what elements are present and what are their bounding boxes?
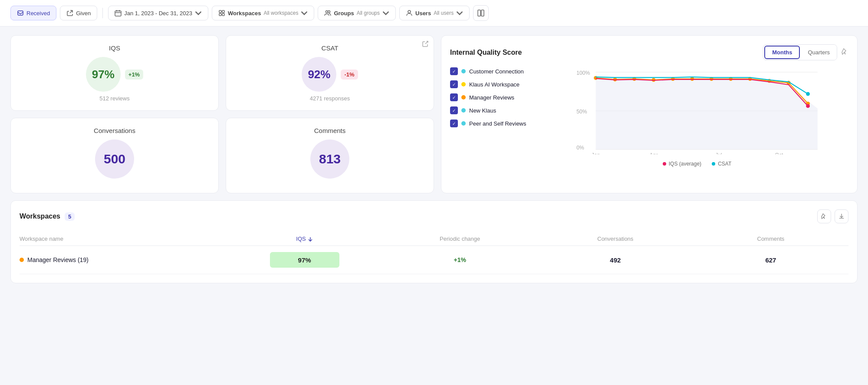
svg-text:50%: 50% [576, 109, 587, 115]
iqs-summary-card: IQS 97% +1% 512 reviews [10, 35, 219, 111]
svg-marker-17 [596, 77, 818, 149]
received-tab[interactable]: Received [10, 6, 56, 20]
svg-rect-4 [219, 13, 221, 16]
iqs-bubble: 97% [86, 57, 121, 92]
workspaces-filter[interactable]: Workspaces All workspaces [212, 6, 314, 20]
ws-download-btn[interactable] [835, 209, 848, 223]
svg-rect-9 [478, 10, 480, 16]
svg-point-30 [806, 92, 810, 96]
csat-value: 92% [308, 68, 330, 81]
svg-text:Apr: Apr [649, 152, 658, 154]
iqs-legend-label: IQS (average) [669, 161, 701, 167]
legend-dot-0 [461, 69, 466, 73]
iqs-delta: +1% [125, 70, 143, 80]
svg-rect-1 [115, 11, 121, 16]
groups-value: All groups [357, 10, 380, 16]
csat-bubble: 92% [302, 57, 336, 92]
svg-point-7 [328, 11, 330, 13]
csat-legend-dot [712, 162, 715, 166]
received-label: Received [26, 10, 50, 17]
legend-dot-4 [461, 121, 466, 126]
csat-delta: -1% [341, 70, 358, 80]
iqs-chart-body: ✓ Customer Connection ✓ Klaus AI Workspa… [450, 67, 848, 184]
date-range-filter[interactable]: Jan 1, 2023 - Dec 31, 2023 [108, 6, 208, 20]
iqs-sub: 512 reviews [20, 95, 210, 102]
legend-item-0: ✓ Customer Connection [450, 67, 537, 75]
groups-filter[interactable]: Groups All groups [318, 6, 396, 20]
given-tab[interactable]: Given [60, 6, 97, 20]
legend-check-0[interactable]: ✓ [450, 67, 458, 75]
chart-legend-csat: CSAT [712, 161, 731, 167]
ws-title: Workspaces [20, 212, 60, 220]
legend-label-2: Manager Reviews [469, 94, 514, 101]
layout-toggle[interactable] [473, 5, 489, 21]
conversations-value: 500 [104, 152, 125, 166]
comments-bubble: 813 [310, 139, 349, 179]
date-range-value: Jan 1, 2023 - Dec 31, 2023 [124, 10, 192, 17]
th-workspace-name: Workspace name [20, 236, 227, 242]
legend-label-1: Klaus AI Workspace [469, 81, 519, 88]
periodic-change-value: +1% [454, 256, 466, 263]
th-iqs[interactable]: IQS [227, 236, 382, 242]
months-btn[interactable]: Months [764, 46, 800, 59]
conversations-title: Conversations [20, 127, 210, 134]
chart-bottom-legend: IQS (average) CSAT [546, 161, 848, 167]
th-comments: Comments [693, 236, 848, 242]
divider [102, 8, 103, 18]
legend-dot-2 [461, 95, 466, 100]
workspaces-section: Workspaces 5 Workspace name [10, 200, 858, 283]
csat-sub: 4271 responses [235, 95, 425, 102]
ws-name-cell: Manager Reviews (19) [20, 256, 227, 263]
svg-text:Oct: Oct [775, 152, 783, 154]
ws-pin-btn[interactable] [817, 209, 831, 223]
chart-legend: ✓ Customer Connection ✓ Klaus AI Workspa… [450, 67, 537, 184]
legend-check-4[interactable]: ✓ [450, 119, 458, 127]
ws-count: 5 [65, 212, 75, 221]
ws-dot [20, 258, 24, 262]
pin-icon[interactable] [842, 48, 848, 56]
legend-check-2[interactable]: ✓ [450, 93, 458, 101]
groups-label: Groups [334, 10, 354, 17]
legend-check-3[interactable]: ✓ [450, 106, 458, 114]
conversations-cell: 492 [538, 256, 693, 264]
users-value: All users [434, 10, 454, 16]
svg-rect-10 [481, 10, 484, 16]
th-conversations: Conversations [538, 236, 693, 242]
topbar: Received Given Jan 1, 2023 - Dec 31, 202… [0, 0, 868, 27]
legend-label-0: Customer Connection [469, 68, 524, 75]
ws-name: Manager Reviews (19) [27, 256, 89, 263]
legend-item-4: ✓ Peer and Self Reviews [450, 119, 537, 127]
conversations-bubble: 500 [95, 139, 134, 179]
conversations-card: Conversations 500 [10, 118, 219, 193]
svg-rect-2 [219, 10, 221, 13]
table-row: Manager Reviews (19) 97% +1% 492 627 [20, 246, 848, 274]
quarters-btn[interactable]: Quarters [801, 45, 837, 60]
users-filter[interactable]: Users All users [399, 6, 470, 20]
legend-item-3: ✓ New Klaus [450, 106, 537, 114]
top-row: IQS 97% +1% 512 reviews Conversations 50… [10, 35, 858, 193]
iqs-bar-cell: 97% [227, 252, 382, 268]
csat-legend-label: CSAT [718, 161, 731, 167]
legend-check-1[interactable]: ✓ [450, 80, 458, 88]
svg-point-31 [806, 104, 810, 108]
legend-item-2: ✓ Manager Reviews [450, 93, 537, 101]
svg-text:Jan: Jan [592, 152, 600, 154]
csat-external-icon[interactable] [422, 41, 428, 48]
middle-cards: CSAT 92% -1% 4271 responses Comments 813 [226, 35, 434, 193]
csat-title: CSAT [235, 44, 425, 52]
time-toggle: Months Quarters [763, 44, 837, 60]
th-periodic-change: Periodic change [382, 236, 538, 242]
legend-dot-1 [461, 82, 466, 86]
periodic-change-cell: +1% [382, 256, 538, 263]
main-content: IQS 97% +1% 512 reviews Conversations 50… [0, 27, 868, 292]
table-header: Workspace name IQS Periodic change Conve… [20, 232, 848, 246]
iqs-bar-value: 97% [298, 256, 311, 264]
comments-card: Comments 813 [226, 118, 434, 193]
given-label: Given [76, 10, 91, 17]
chart-area: 100% 50% 0% [546, 67, 848, 184]
iqs-bar: 97% [270, 252, 339, 268]
svg-point-8 [408, 10, 411, 13]
legend-dot-3 [461, 108, 466, 113]
csat-card: CSAT 92% -1% 4271 responses [226, 35, 434, 111]
ws-actions [817, 209, 848, 223]
